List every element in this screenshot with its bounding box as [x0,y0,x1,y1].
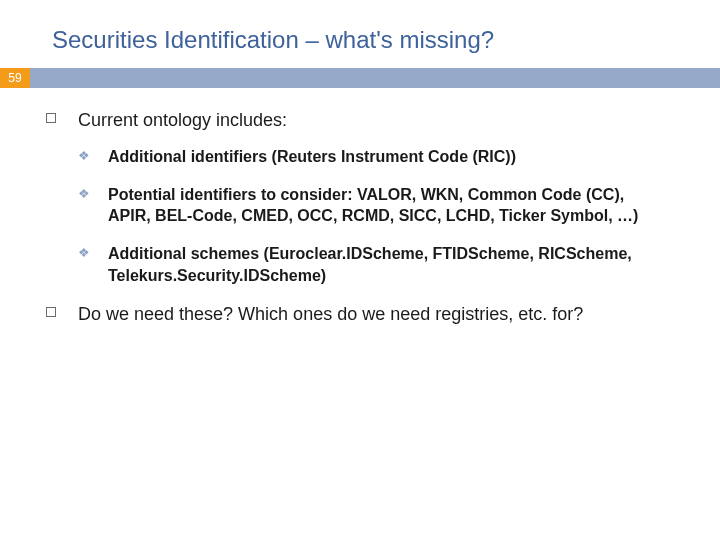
slide-title: Securities Identification – what's missi… [52,26,720,54]
square-bullet-icon [46,302,78,326]
list-item-text: Additional identifiers (Reuters Instrume… [108,146,536,168]
title-area: Securities Identification – what's missi… [0,0,720,68]
slide-number: 59 [0,68,30,88]
diamond-bullet-icon: ❖ [78,243,108,286]
diamond-bullet-icon: ❖ [78,184,108,227]
diamond-bullet-icon: ❖ [78,146,108,168]
list-item-text: Additional schemes (Euroclear.IDScheme, … [108,243,670,286]
list-item: ❖ Additional identifiers (Reuters Instru… [78,146,670,168]
list-item: ❖ Additional schemes (Euroclear.IDScheme… [78,243,670,286]
content-area: Current ontology includes: ❖ Additional … [0,88,720,327]
list-item: Do we need these? Which ones do we need … [46,302,670,326]
list-item-text: Do we need these? Which ones do we need … [78,302,583,326]
list-item: ❖ Potential identifiers to consider: VAL… [78,184,670,227]
square-bullet-icon [46,108,78,132]
list-item-text: Potential identifiers to consider: VALOR… [108,184,670,227]
sublist: ❖ Additional identifiers (Reuters Instru… [46,146,670,286]
list-item-text: Current ontology includes: [78,108,287,132]
accent-bar: 59 [0,68,720,88]
accent-bar-fill [30,68,720,88]
list-item: Current ontology includes: [46,108,670,132]
